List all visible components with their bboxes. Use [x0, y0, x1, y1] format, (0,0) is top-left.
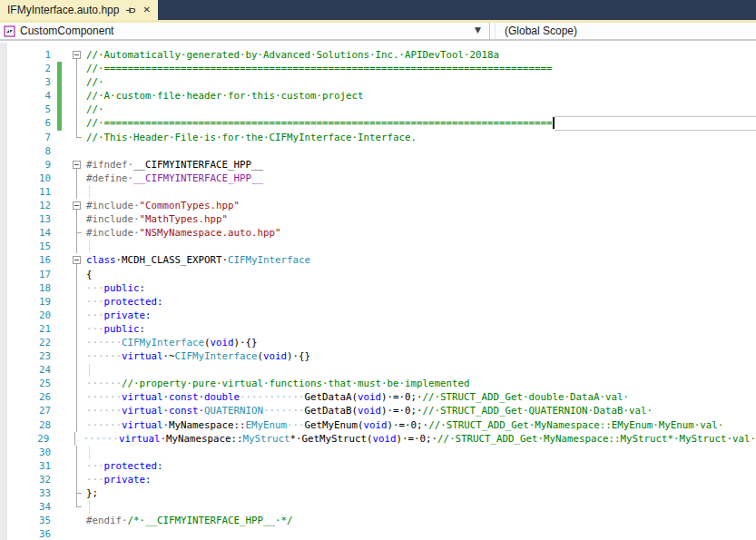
line-number[interactable]: 15	[0, 240, 56, 253]
line-number[interactable]: 32	[0, 473, 56, 486]
line-number[interactable]: 17	[0, 268, 56, 281]
code-text[interactable]	[86, 185, 756, 199]
code-line[interactable]: 2//·====================================…	[0, 62, 756, 75]
code-text[interactable]: ······virtual·const·QUATERNION·······Get…	[86, 404, 756, 417]
code-text[interactable]: //·	[86, 103, 756, 116]
code-text[interactable]: #define·__CIFMYINTERFACE_HPP__	[86, 172, 756, 185]
code-line[interactable]: 13#include·"MathTypes.hpp"	[0, 212, 756, 226]
code-text[interactable]: ···private:	[86, 309, 756, 322]
code-line[interactable]: 19···protected:	[0, 295, 756, 309]
code-line[interactable]: 32···private:	[0, 473, 756, 486]
line-number[interactable]: 5	[0, 103, 56, 116]
code-line[interactable]: 31···protected:	[0, 459, 756, 473]
code-line[interactable]: 26······virtual·const·double···········G…	[0, 390, 756, 404]
code-text[interactable]	[86, 500, 756, 514]
line-number[interactable]: 4	[0, 89, 56, 103]
code-text[interactable]: ······//·property·pure·virtual·functions…	[86, 377, 756, 390]
line-number[interactable]: 1	[0, 48, 56, 62]
fold-collapse-icon[interactable]	[64, 48, 86, 62]
line-number[interactable]: 21	[0, 322, 56, 336]
code-line[interactable]: 20···private:	[0, 309, 756, 322]
line-number[interactable]: 8	[0, 144, 56, 158]
code-text[interactable]: //·Automatically·generated·by·Advanced·S…	[86, 48, 756, 62]
code-text[interactable]: ···protected:	[86, 295, 756, 309]
code-line[interactable]: 35#endif·/*·__CIFMYINTERFACE_HPP__·*/	[0, 514, 756, 527]
code-line[interactable]: 21···public:	[0, 322, 756, 336]
line-number[interactable]: 31	[0, 459, 56, 473]
code-line[interactable]: 17{	[0, 268, 756, 281]
line-number[interactable]: 20	[0, 309, 56, 322]
close-icon[interactable]: ✕	[142, 5, 150, 15]
line-number[interactable]: 13	[0, 212, 56, 226]
code-line[interactable]: 27······virtual·const·QUATERNION·······G…	[0, 404, 756, 417]
code-line[interactable]: 18···public:	[0, 281, 756, 295]
code-line[interactable]: 4//·A·custom·file·header·for·this·custom…	[0, 89, 756, 103]
line-number[interactable]: 34	[0, 500, 56, 514]
code-text[interactable]	[86, 144, 756, 158]
line-number[interactable]: 22	[0, 336, 56, 349]
code-text[interactable]: ······virtual·MyNamespace::MyStruct*·Get…	[83, 432, 756, 446]
code-line[interactable]: 36	[0, 527, 756, 540]
code-editor[interactable]: 1//·Automatically·generated·by·Advanced·…	[0, 43, 756, 540]
pin-icon[interactable]	[125, 5, 136, 15]
line-number[interactable]: 3	[0, 75, 56, 89]
code-text[interactable]: #include·"MathTypes.hpp"	[86, 212, 756, 226]
code-text[interactable]: //·=====================================…	[86, 62, 756, 75]
code-line[interactable]: 6//·====================================…	[0, 116, 756, 130]
code-text[interactable]	[86, 240, 756, 253]
code-text[interactable]: #endif·/*·__CIFMYINTERFACE_HPP__·*/	[86, 514, 756, 527]
code-line[interactable]: 28······virtual·MyNamespace::EMyEnum···G…	[0, 418, 756, 432]
code-text[interactable]: //·	[86, 75, 756, 89]
code-line[interactable]: 10#define·__CIFMYINTERFACE_HPP__	[0, 172, 756, 185]
line-number[interactable]: 26	[0, 390, 56, 404]
code-text[interactable]: #ifndef·__CIFMYINTERFACE_HPP__	[86, 158, 756, 172]
line-number[interactable]: 14	[0, 226, 56, 240]
scope-dropdown[interactable]: (Global Scope)	[505, 25, 577, 37]
chevron-down-icon[interactable]: ▼	[475, 25, 481, 34]
line-number[interactable]: 23	[0, 349, 56, 363]
code-line[interactable]: 24	[0, 363, 756, 377]
code-line[interactable]: 23······virtual·~CIFMyInterface(void)·{}	[0, 349, 756, 363]
line-number[interactable]: 33	[0, 486, 56, 500]
line-number[interactable]: 2	[0, 62, 56, 75]
line-number[interactable]: 10	[0, 172, 56, 185]
code-line[interactable]: 1//·Automatically·generated·by·Advanced·…	[0, 48, 756, 62]
fold-collapse-icon[interactable]	[64, 158, 86, 172]
code-line[interactable]: 34	[0, 500, 756, 514]
code-line[interactable]: 5//·	[0, 103, 756, 116]
code-text[interactable]: ···private:	[86, 473, 756, 486]
line-number[interactable]: 6	[0, 116, 56, 130]
code-line[interactable]: 3//·	[0, 75, 756, 89]
code-text[interactable]	[86, 446, 756, 459]
code-text[interactable]: //·=====================================…	[86, 116, 756, 130]
code-text[interactable]: ······CIFMyInterface(void)·{}	[86, 336, 756, 349]
code-line[interactable]: 25······//·property·pure·virtual·functio…	[0, 377, 756, 390]
line-number[interactable]: 25	[0, 377, 56, 390]
code-text[interactable]: ······virtual·~CIFMyInterface(void)·{}	[86, 349, 756, 363]
line-number[interactable]: 7	[0, 131, 56, 144]
line-number[interactable]: 35	[0, 514, 56, 527]
code-text[interactable]: };	[86, 486, 756, 500]
code-line[interactable]: 16class·MCDH_CLASS_EXPORT·CIFMyInterface	[0, 253, 756, 267]
code-line[interactable]: 9#ifndef·__CIFMYINTERFACE_HPP__	[0, 158, 756, 172]
fold-collapse-icon[interactable]	[64, 199, 86, 212]
code-text[interactable]: class·MCDH_CLASS_EXPORT·CIFMyInterface	[86, 253, 756, 267]
code-line[interactable]: 14#include·"NSMyNamespace.auto.hpp"	[0, 226, 756, 240]
line-number[interactable]: 28	[0, 418, 56, 432]
code-line[interactable]: 30	[0, 446, 756, 459]
code-line[interactable]: 15	[0, 240, 756, 253]
line-number[interactable]: 11	[0, 185, 56, 199]
code-text[interactable]: ······virtual·const·double···········Get…	[86, 390, 756, 404]
line-number[interactable]: 29	[0, 432, 54, 446]
line-number[interactable]: 19	[0, 295, 56, 309]
types-dropdown[interactable]: CustomComponent	[20, 25, 113, 37]
code-text[interactable]: {	[86, 268, 756, 281]
code-line[interactable]: 33};	[0, 486, 756, 500]
code-text[interactable]: ···public:	[86, 281, 756, 295]
code-line[interactable]: 11	[0, 185, 756, 199]
line-number[interactable]: 36	[0, 527, 56, 540]
line-number[interactable]: 18	[0, 281, 56, 295]
code-text[interactable]: //·This·Header·File·is·for·the·CIFMyInte…	[86, 131, 756, 144]
code-text[interactable]: #include·"CommonTypes.hpp"	[86, 199, 756, 212]
line-number[interactable]: 24	[0, 363, 56, 377]
